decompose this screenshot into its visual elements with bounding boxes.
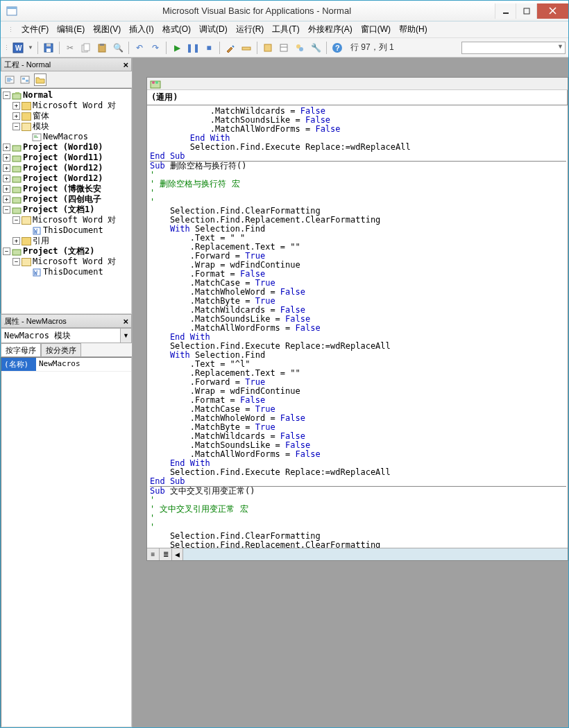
svg-text:W: W bbox=[15, 44, 22, 52]
svg-rect-14 bbox=[100, 44, 104, 46]
help-icon[interactable]: ? bbox=[330, 41, 344, 55]
ruler-icon[interactable] bbox=[239, 41, 253, 55]
svg-text:W: W bbox=[34, 229, 37, 235]
svg-rect-31 bbox=[15, 92, 19, 94]
run-icon[interactable]: ▶ bbox=[170, 41, 184, 55]
titlebar[interactable]: Microsoft Visual Basic for Applications … bbox=[1, 1, 568, 21]
folder-view-icon[interactable] bbox=[34, 73, 46, 86]
menu-edit[interactable]: 编辑(E) bbox=[57, 24, 85, 35]
svg-rect-1 bbox=[7, 7, 17, 9]
properties-icon[interactable] bbox=[277, 41, 291, 55]
svg-point-20 bbox=[299, 47, 303, 51]
project-panel-title: 工程 - Normal × bbox=[1, 58, 132, 71]
module-icon bbox=[32, 133, 42, 141]
svg-rect-39 bbox=[12, 187, 21, 193]
svg-rect-3 bbox=[524, 8, 529, 14]
svg-rect-9 bbox=[46, 49, 51, 52]
mdi-area: (通用) .MatchWildcards = False .MatchSound… bbox=[133, 58, 568, 727]
menu-debug[interactable]: 调试(D) bbox=[199, 24, 228, 35]
svg-point-48 bbox=[152, 81, 155, 84]
redo-icon[interactable]: ↷ bbox=[148, 41, 162, 55]
menubar: ⋮ 文件(F) 编辑(E) 视图(V) 插入(I) 格式(O) 调试(D) 运行… bbox=[1, 21, 568, 38]
procedure-view-icon[interactable]: ≡ bbox=[147, 548, 160, 560]
svg-rect-40 bbox=[12, 198, 21, 203]
tab-alphabetic[interactable]: 按字母序 bbox=[1, 343, 41, 356]
toolbox-icon[interactable]: 🔧 bbox=[309, 41, 323, 55]
full-module-view-icon[interactable]: ≣ bbox=[160, 548, 172, 560]
cut-icon[interactable]: ✂ bbox=[63, 41, 77, 55]
svg-point-49 bbox=[155, 81, 158, 84]
svg-rect-44 bbox=[12, 250, 21, 255]
menu-insert[interactable]: 插入(I) bbox=[129, 24, 153, 35]
design-icon[interactable] bbox=[223, 41, 237, 55]
paste-icon[interactable] bbox=[95, 41, 109, 55]
window-title: Microsoft Visual Basic for Applications … bbox=[19, 6, 495, 16]
save-icon[interactable] bbox=[42, 41, 56, 55]
code-editor[interactable]: .MatchWildcards = False .MatchSoundsLike… bbox=[147, 105, 568, 548]
svg-rect-28 bbox=[22, 78, 25, 80]
prop-name-label: (名称) bbox=[1, 358, 36, 371]
view-object-icon[interactable] bbox=[19, 73, 31, 86]
view-code-icon[interactable] bbox=[3, 73, 16, 86]
grip-icon: ⋮ bbox=[3, 44, 9, 51]
tab-categorized[interactable]: 按分类序 bbox=[41, 343, 81, 356]
svg-rect-17 bbox=[280, 44, 287, 51]
undo-icon[interactable]: ↶ bbox=[133, 41, 146, 55]
code-window: (通用) .MatchWildcards = False .MatchSound… bbox=[146, 77, 568, 561]
svg-rect-35 bbox=[12, 146, 21, 151]
menu-window[interactable]: 窗口(W) bbox=[361, 24, 391, 35]
app-icon bbox=[5, 4, 19, 18]
menu-file[interactable]: 文件(F) bbox=[22, 24, 49, 35]
properties-panel-title: 属性 - NewMacros × bbox=[1, 314, 132, 328]
toolbar: ⋮ W ▼ ✂ 🔍 ↶ ↷ ▶ ❚❚ ■ 🔧 ? 行 97，列 1 bbox=[1, 38, 568, 58]
maximize-button[interactable] bbox=[516, 3, 536, 19]
svg-text:?: ? bbox=[335, 44, 340, 52]
svg-rect-41 bbox=[12, 208, 21, 214]
menu-help[interactable]: 帮助(H) bbox=[399, 24, 427, 35]
menu-tools[interactable]: 工具(T) bbox=[272, 24, 299, 35]
word-icon[interactable]: W bbox=[11, 41, 25, 55]
object-browser-icon[interactable] bbox=[293, 41, 307, 55]
grip-icon: ⋮ bbox=[8, 26, 13, 33]
menu-run[interactable]: 运行(R) bbox=[236, 24, 264, 35]
svg-rect-15 bbox=[242, 47, 250, 50]
svg-rect-38 bbox=[12, 177, 21, 182]
project-close-icon[interactable]: × bbox=[123, 60, 128, 70]
horizontal-scrollbar[interactable]: ◀ bbox=[172, 548, 568, 560]
object-dropdown[interactable]: (通用) bbox=[147, 90, 568, 105]
svg-text:W: W bbox=[34, 270, 37, 277]
doc-icon: W bbox=[32, 227, 42, 235]
properties-object-combo[interactable]: NewMacros 模块▼ bbox=[1, 328, 132, 343]
menu-view[interactable]: 视图(V) bbox=[93, 24, 121, 35]
cursor-position: 行 97，列 1 bbox=[350, 42, 394, 53]
menu-addins[interactable]: 外接程序(A) bbox=[308, 24, 353, 35]
project-tree[interactable]: −Normal +Microsoft Word 对 +窗体 −模块 NewMac… bbox=[1, 88, 132, 314]
copy-icon[interactable] bbox=[79, 41, 93, 55]
project-icon bbox=[12, 144, 22, 152]
project-icon[interactable] bbox=[261, 41, 275, 55]
svg-rect-29 bbox=[26, 80, 28, 82]
menu-format[interactable]: 格式(O) bbox=[162, 24, 191, 35]
svg-rect-12 bbox=[84, 44, 90, 51]
svg-rect-30 bbox=[12, 94, 21, 99]
toolbar-combo[interactable] bbox=[461, 42, 566, 54]
close-button[interactable] bbox=[536, 3, 568, 19]
project-icon bbox=[12, 92, 22, 100]
project-toolbar bbox=[1, 71, 132, 88]
prop-name-value[interactable]: NewMacros bbox=[36, 358, 131, 371]
svg-rect-36 bbox=[12, 156, 21, 162]
dropdown-icon[interactable]: ▼ bbox=[27, 41, 34, 55]
find-icon[interactable]: 🔍 bbox=[111, 41, 125, 55]
svg-rect-16 bbox=[264, 44, 271, 51]
svg-rect-10 bbox=[46, 44, 51, 46]
pause-icon[interactable]: ❚❚ bbox=[186, 41, 200, 55]
stop-icon[interactable]: ■ bbox=[202, 41, 216, 55]
svg-rect-37 bbox=[12, 166, 21, 172]
minimize-button[interactable] bbox=[495, 3, 516, 19]
properties-grid[interactable]: (名称)NewMacros bbox=[1, 357, 132, 727]
vba-icon bbox=[150, 79, 161, 89]
properties-close-icon[interactable]: × bbox=[123, 316, 128, 327]
